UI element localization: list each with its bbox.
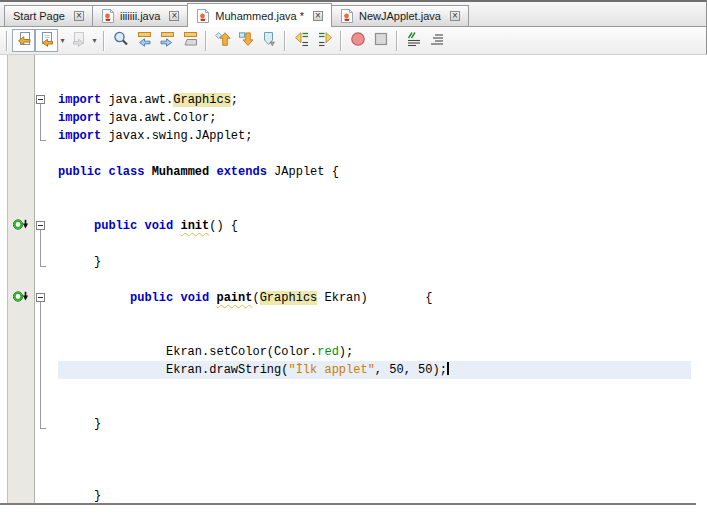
toggle-highlight-search-button[interactable] bbox=[178, 29, 201, 52]
shift-line-right-button[interactable] bbox=[313, 29, 336, 52]
find-selection-button[interactable] bbox=[109, 29, 132, 52]
code-token: init bbox=[180, 219, 209, 233]
last-edit-location-button[interactable] bbox=[12, 29, 35, 52]
code-line[interactable]: } bbox=[0, 487, 707, 503]
tab-label: NewJApplet.java bbox=[359, 10, 441, 22]
code-line[interactable] bbox=[0, 271, 707, 289]
previous-bookmark-icon bbox=[214, 30, 232, 52]
fold-margin bbox=[35, 487, 58, 503]
forward-button[interactable] bbox=[67, 29, 90, 52]
code-token: } bbox=[58, 489, 101, 503]
code-line[interactable]: } bbox=[0, 253, 707, 271]
code-token: paint bbox=[216, 291, 252, 305]
tab-close-button[interactable] bbox=[169, 11, 179, 21]
toolbar-separator bbox=[205, 31, 207, 51]
editor-left-margin bbox=[0, 451, 7, 469]
code-line[interactable] bbox=[0, 145, 707, 163]
editor-left-margin bbox=[0, 199, 7, 217]
annotation-gutter bbox=[7, 397, 35, 415]
fold-margin bbox=[35, 91, 58, 109]
tab-start-page[interactable]: Start Page bbox=[4, 5, 93, 26]
code-line[interactable] bbox=[0, 325, 707, 343]
code-line[interactable]: Ekran.drawString("İlk applet", 50, 50); bbox=[0, 361, 707, 379]
code-line[interactable] bbox=[0, 181, 707, 199]
code-line[interactable] bbox=[0, 235, 707, 253]
code-line[interactable]: } bbox=[0, 415, 707, 433]
code-token: public bbox=[94, 219, 137, 233]
uncomment-button[interactable] bbox=[425, 29, 448, 52]
fold-margin bbox=[35, 361, 58, 379]
tab-muhammed-java[interactable]: Muhammed.java * bbox=[187, 3, 332, 27]
override-annotation-icon[interactable] bbox=[13, 291, 30, 306]
annotation-gutter bbox=[7, 361, 35, 379]
code-token: , 50, 50); bbox=[375, 363, 447, 377]
code-token: import bbox=[58, 111, 101, 125]
editor-left-margin bbox=[0, 397, 7, 415]
comment-icon bbox=[405, 30, 423, 52]
code-line[interactable] bbox=[0, 451, 707, 469]
fold-collapse-button[interactable] bbox=[36, 293, 45, 302]
annotation-gutter bbox=[7, 217, 35, 235]
fold-collapse-button[interactable] bbox=[36, 221, 45, 230]
fold-line bbox=[40, 325, 41, 343]
code-line-text: public void init() { bbox=[58, 217, 691, 235]
chevron-down-icon[interactable] bbox=[90, 29, 99, 52]
next-bookmark-button[interactable] bbox=[234, 29, 257, 52]
annotation-gutter bbox=[7, 433, 35, 451]
stop-macro-recording-button[interactable] bbox=[369, 29, 392, 52]
code-token: void bbox=[144, 219, 173, 233]
tab-close-button[interactable] bbox=[313, 11, 323, 21]
code-line[interactable]: public void init() { bbox=[0, 217, 707, 235]
shift-left-icon bbox=[293, 30, 311, 52]
code-line[interactable] bbox=[0, 55, 707, 73]
record-icon bbox=[349, 30, 367, 52]
fold-collapse-button[interactable] bbox=[36, 95, 45, 104]
code-line-text: public void paint(Graphics Ekran) { bbox=[58, 289, 691, 307]
tab-iiiiiii-java[interactable]: iiiiiii.java bbox=[92, 5, 188, 26]
code-line[interactable]: import java.awt.Color; bbox=[0, 109, 707, 127]
code-token: JApplet { bbox=[267, 165, 339, 179]
start-macro-recording-button[interactable] bbox=[346, 29, 369, 52]
annotation-gutter bbox=[7, 307, 35, 325]
code-line[interactable] bbox=[0, 397, 707, 415]
code-line[interactable]: public void paint(Graphics Ekran) { bbox=[0, 289, 707, 307]
tab-newjapplet-java[interactable]: NewJApplet.java bbox=[331, 5, 469, 26]
code-editor[interactable]: import java.awt.Graphics;import java.awt… bbox=[0, 55, 707, 503]
fold-line bbox=[40, 307, 41, 325]
code-line[interactable]: public class Muhammed extends JApplet { bbox=[0, 163, 707, 181]
find-next-icon bbox=[158, 30, 176, 52]
annotation-gutter bbox=[7, 91, 35, 109]
override-annotation-icon[interactable] bbox=[13, 219, 30, 234]
fold-margin bbox=[35, 235, 58, 253]
code-line[interactable] bbox=[0, 73, 707, 91]
shift-line-left-button[interactable] bbox=[290, 29, 313, 52]
find-next-occurrence-button[interactable] bbox=[155, 29, 178, 52]
fold-margin bbox=[35, 199, 58, 217]
code-token: java.awt. bbox=[101, 93, 173, 107]
comment-button[interactable] bbox=[402, 29, 425, 52]
annotation-gutter bbox=[7, 127, 35, 145]
tab-close-button[interactable] bbox=[450, 11, 460, 21]
code-line[interactable] bbox=[0, 379, 707, 397]
find-previous-occurrence-button[interactable] bbox=[132, 29, 155, 52]
code-line[interactable]: Ekran.setColor(Color.red); bbox=[0, 343, 707, 361]
fold-margin bbox=[35, 253, 58, 271]
fold-margin bbox=[35, 73, 58, 91]
code-line[interactable]: import javax.swing.JApplet; bbox=[0, 127, 707, 145]
code-line[interactable] bbox=[0, 199, 707, 217]
last-edit-icon bbox=[15, 30, 33, 52]
fold-margin bbox=[35, 217, 58, 235]
chevron-down-icon[interactable] bbox=[58, 29, 67, 52]
annotation-gutter bbox=[7, 343, 35, 361]
annotation-gutter bbox=[7, 181, 35, 199]
toggle-bookmark-button[interactable] bbox=[257, 29, 280, 52]
tab-close-button[interactable] bbox=[74, 11, 84, 21]
code-line[interactable] bbox=[0, 469, 707, 487]
fold-end-tick bbox=[40, 428, 46, 429]
fold-margin bbox=[35, 307, 58, 325]
code-line[interactable] bbox=[0, 433, 707, 451]
code-line[interactable] bbox=[0, 307, 707, 325]
back-button[interactable] bbox=[35, 29, 58, 52]
previous-bookmark-button[interactable] bbox=[211, 29, 234, 52]
code-line[interactable]: import java.awt.Graphics; bbox=[0, 91, 707, 109]
